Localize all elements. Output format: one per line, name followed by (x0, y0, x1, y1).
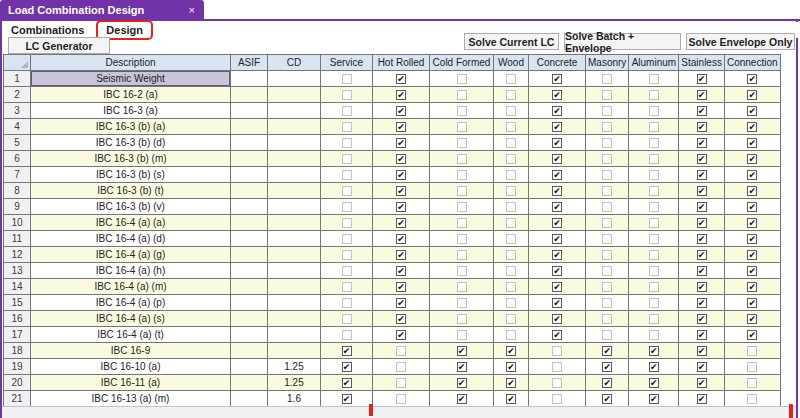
stainless-checkbox[interactable]: ✔ (697, 170, 707, 180)
tab-combinations[interactable]: Combinations (8, 23, 87, 37)
solve-batch-envelope-button[interactable]: Solve Batch + Envelope (564, 33, 681, 50)
cd-cell[interactable]: 1.25 (268, 359, 321, 375)
aluminum-checkbox[interactable]: ✔ (649, 90, 659, 100)
wood-checkbox[interactable]: ✔ (506, 378, 516, 388)
column-header-masonry[interactable]: Masonry (586, 55, 629, 71)
description-cell[interactable]: IBC 16-4 (a) (m) (31, 279, 231, 295)
hot-rolled-checkbox[interactable]: ✔ (396, 298, 406, 308)
stainless-checkbox[interactable]: ✔ (697, 362, 707, 372)
hot-rolled-checkbox[interactable]: ✔ (396, 106, 406, 116)
row-number[interactable]: 14 (4, 279, 31, 295)
wood-checkbox[interactable]: ✔ (506, 106, 516, 116)
stainless-checkbox[interactable]: ✔ (697, 218, 707, 228)
cold-formed-checkbox[interactable]: ✔ (457, 74, 467, 84)
concrete-checkbox[interactable]: ✔ (552, 74, 562, 84)
connection-checkbox[interactable]: ✔ (747, 314, 757, 324)
wood-checkbox[interactable]: ✔ (506, 234, 516, 244)
service-checkbox[interactable]: ✔ (342, 106, 352, 116)
connection-checkbox[interactable]: ✔ (747, 106, 757, 116)
hot-rolled-checkbox[interactable]: ✔ (396, 362, 406, 372)
column-header-cold-formed[interactable]: Cold Formed (430, 55, 494, 71)
cold-formed-checkbox[interactable]: ✔ (457, 282, 467, 292)
cd-cell[interactable] (268, 215, 321, 231)
stainless-checkbox[interactable]: ✔ (697, 154, 707, 164)
hot-rolled-checkbox[interactable]: ✔ (396, 154, 406, 164)
connection-checkbox[interactable]: ✔ (747, 202, 757, 212)
masonry-checkbox[interactable]: ✔ (602, 218, 612, 228)
asif-cell[interactable] (231, 103, 268, 119)
hot-rolled-checkbox[interactable]: ✔ (396, 170, 406, 180)
hot-rolled-checkbox[interactable]: ✔ (396, 186, 406, 196)
masonry-checkbox[interactable]: ✔ (602, 298, 612, 308)
horizontal-scroll-strip[interactable] (2, 406, 796, 418)
aluminum-checkbox[interactable]: ✔ (649, 394, 659, 404)
hot-rolled-checkbox[interactable]: ✔ (396, 250, 406, 260)
asif-cell[interactable] (231, 327, 268, 343)
hot-rolled-checkbox[interactable]: ✔ (396, 202, 406, 212)
masonry-checkbox[interactable]: ✔ (602, 74, 612, 84)
aluminum-checkbox[interactable]: ✔ (649, 362, 659, 372)
wood-checkbox[interactable]: ✔ (506, 362, 516, 372)
row-number[interactable]: 7 (4, 167, 31, 183)
cd-cell[interactable] (268, 343, 321, 359)
asif-cell[interactable] (231, 135, 268, 151)
connection-checkbox[interactable]: ✔ (747, 122, 757, 132)
connection-checkbox[interactable]: ✔ (747, 218, 757, 228)
asif-cell[interactable] (231, 311, 268, 327)
cd-cell[interactable] (268, 199, 321, 215)
concrete-checkbox[interactable]: ✔ (552, 298, 562, 308)
cold-formed-checkbox[interactable]: ✔ (457, 202, 467, 212)
stainless-checkbox[interactable]: ✔ (697, 122, 707, 132)
masonry-checkbox[interactable]: ✔ (602, 154, 612, 164)
aluminum-checkbox[interactable]: ✔ (649, 250, 659, 260)
masonry-checkbox[interactable]: ✔ (602, 186, 612, 196)
hot-rolled-checkbox[interactable]: ✔ (396, 218, 406, 228)
connection-checkbox[interactable]: ✔ (747, 90, 757, 100)
row-number[interactable]: 16 (4, 311, 31, 327)
cd-cell[interactable] (268, 311, 321, 327)
service-checkbox[interactable]: ✔ (342, 394, 352, 404)
cd-cell[interactable] (268, 263, 321, 279)
column-header-stainless[interactable]: Stainless (679, 55, 725, 71)
concrete-checkbox[interactable]: ✔ (552, 186, 562, 196)
connection-checkbox[interactable]: ✔ (747, 234, 757, 244)
connection-checkbox[interactable]: ✔ (747, 154, 757, 164)
cold-formed-checkbox[interactable]: ✔ (457, 154, 467, 164)
row-number[interactable]: 9 (4, 199, 31, 215)
wood-checkbox[interactable]: ✔ (506, 74, 516, 84)
cold-formed-checkbox[interactable]: ✔ (457, 266, 467, 276)
aluminum-checkbox[interactable]: ✔ (649, 330, 659, 340)
aluminum-checkbox[interactable]: ✔ (649, 282, 659, 292)
description-cell[interactable]: IBC 16-13 (a) (m) (31, 391, 231, 407)
cold-formed-checkbox[interactable]: ✔ (457, 234, 467, 244)
column-header-hot-rolled[interactable]: Hot Rolled (373, 55, 430, 71)
service-checkbox[interactable]: ✔ (342, 378, 352, 388)
lc-generator-button[interactable]: LC Generator (8, 37, 110, 54)
aluminum-checkbox[interactable]: ✔ (649, 154, 659, 164)
stainless-checkbox[interactable]: ✔ (697, 186, 707, 196)
description-cell[interactable]: IBC 16-10 (a) (31, 359, 231, 375)
asif-cell[interactable] (231, 295, 268, 311)
asif-cell[interactable] (231, 279, 268, 295)
connection-checkbox[interactable]: ✔ (747, 170, 757, 180)
concrete-checkbox[interactable]: ✔ (552, 154, 562, 164)
wood-checkbox[interactable]: ✔ (506, 122, 516, 132)
concrete-checkbox[interactable]: ✔ (552, 218, 562, 228)
wood-checkbox[interactable]: ✔ (506, 202, 516, 212)
asif-cell[interactable] (231, 231, 268, 247)
connection-checkbox[interactable]: ✔ (747, 250, 757, 260)
column-header-wood[interactable]: Wood (494, 55, 529, 71)
wood-checkbox[interactable]: ✔ (506, 154, 516, 164)
asif-cell[interactable] (231, 199, 268, 215)
description-cell[interactable]: IBC 16-4 (a) (s) (31, 311, 231, 327)
service-checkbox[interactable]: ✔ (342, 314, 352, 324)
hot-rolled-checkbox[interactable]: ✔ (396, 266, 406, 276)
hot-rolled-checkbox[interactable]: ✔ (396, 394, 406, 404)
hot-rolled-checkbox[interactable]: ✔ (396, 330, 406, 340)
wood-checkbox[interactable]: ✔ (506, 218, 516, 228)
masonry-checkbox[interactable]: ✔ (602, 234, 612, 244)
masonry-checkbox[interactable]: ✔ (602, 250, 612, 260)
masonry-checkbox[interactable]: ✔ (602, 138, 612, 148)
connection-checkbox[interactable]: ✔ (747, 378, 757, 388)
asif-cell[interactable] (231, 359, 268, 375)
